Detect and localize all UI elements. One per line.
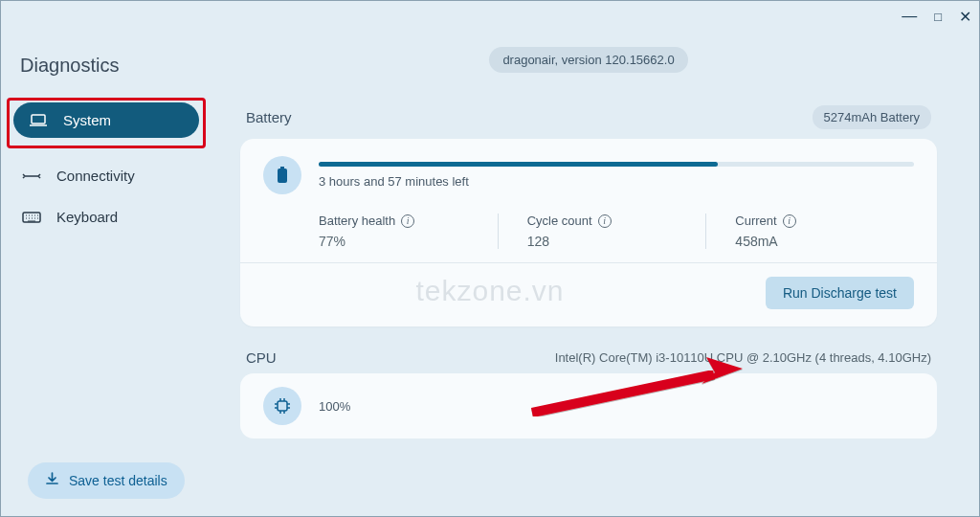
sidebar-item-label: Keyboard (56, 209, 118, 225)
cpu-info: Intel(R) Core(TM) i3-10110U CPU @ 2.10GH… (555, 350, 931, 365)
keyboard-icon (22, 210, 41, 225)
battery-health-label: Battery health (319, 214, 395, 228)
cpu-card: 100% (240, 373, 937, 438)
laptop-icon (29, 113, 48, 128)
battery-icon (263, 156, 301, 194)
svg-rect-0 (32, 115, 45, 124)
battery-progress (319, 162, 914, 167)
info-icon[interactable]: i (783, 214, 796, 228)
main-content: dragonair, version 120.15662.0 Battery 5… (212, 32, 979, 516)
svg-rect-2 (280, 167, 284, 169)
sidebar-item-keyboard[interactable]: Keyboard (7, 199, 206, 235)
window-controls: — □ ✕ (1, 1, 979, 32)
current-label: Current (735, 214, 776, 228)
sidebar: Diagnostics System Connectivity Keyboard (1, 32, 212, 516)
save-test-details-button[interactable]: Save test details (28, 462, 185, 499)
maximize-icon[interactable]: □ (934, 10, 942, 24)
battery-card: 3 hours and 57 minutes left Battery heal… (240, 139, 937, 326)
battery-health-value: 77% (319, 234, 498, 249)
connectivity-icon (22, 169, 41, 184)
annotation-highlight: System (7, 98, 206, 148)
minimize-icon[interactable]: — (902, 8, 917, 25)
info-icon[interactable]: i (401, 214, 414, 228)
info-icon[interactable]: i (598, 214, 612, 228)
cpu-usage-value: 100% (319, 399, 350, 414)
current-value: 458mA (735, 234, 914, 249)
chip-icon (263, 387, 301, 425)
close-icon[interactable]: ✕ (959, 8, 971, 26)
cpu-section-title: CPU (246, 349, 277, 366)
battery-section-title: Battery (246, 109, 292, 125)
app-title: Diagnostics (7, 49, 206, 98)
divider (240, 262, 937, 263)
version-pill: dragonair, version 120.15662.0 (489, 47, 687, 73)
sidebar-item-connectivity[interactable]: Connectivity (7, 158, 206, 193)
run-discharge-test-button[interactable]: Run Discharge test (766, 277, 914, 309)
battery-capacity-chip: 5274mAh Battery (813, 105, 931, 129)
sidebar-item-label: System (63, 112, 111, 128)
svg-rect-3 (278, 169, 287, 183)
sidebar-item-system[interactable]: System (13, 102, 199, 138)
sidebar-item-label: Connectivity (56, 168, 135, 184)
cycle-count-label: Cycle count (527, 214, 592, 228)
cycle-count-value: 128 (527, 234, 706, 249)
svg-rect-4 (278, 401, 287, 411)
save-button-label: Save test details (69, 473, 167, 488)
download-icon (45, 472, 59, 489)
battery-time-left: 3 hours and 57 minutes left (319, 174, 914, 189)
